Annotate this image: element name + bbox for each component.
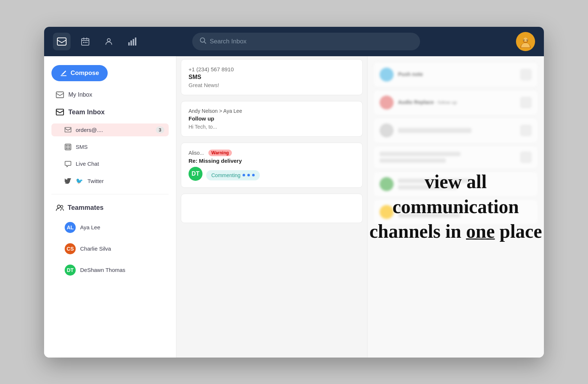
conv-channel-sms: SMS bbox=[189, 74, 355, 80]
main-content: Compose My Inbox Team Inbox bbox=[44, 56, 544, 358]
analytics-nav-icon[interactable] bbox=[123, 33, 141, 50]
sidebar-channel-orders[interactable]: orders@.... 3 bbox=[51, 123, 169, 136]
teammates-header: Teammates bbox=[51, 201, 169, 215]
svg-rect-24 bbox=[68, 146, 69, 147]
avatar-6 bbox=[380, 205, 394, 219]
svg-point-14 bbox=[523, 39, 524, 40]
right-row-2-text: Audio Replace - follow up bbox=[398, 99, 457, 106]
orders-badge: 3 bbox=[156, 126, 164, 133]
svg-rect-22 bbox=[69, 145, 70, 146]
search-bar[interactable] bbox=[192, 33, 420, 50]
divider bbox=[51, 194, 169, 194]
compose-label: Compose bbox=[71, 69, 99, 77]
calendar-nav-icon[interactable] bbox=[76, 33, 94, 50]
sidebar-channel-twitter[interactable]: 🐦 Twitter bbox=[51, 175, 169, 187]
center-panel: +1 (234) 567 8910 SMS Great News! Andy N… bbox=[176, 56, 368, 358]
action-icon-2 bbox=[520, 97, 532, 108]
top-bar bbox=[44, 27, 544, 56]
svg-rect-2 bbox=[83, 42, 84, 43]
team-inbox-label: Team Inbox bbox=[68, 108, 105, 116]
svg-rect-8 bbox=[133, 39, 134, 46]
conv-subject-delivery: Re: Missing delivery bbox=[189, 158, 355, 164]
svg-point-15 bbox=[526, 39, 527, 40]
svg-rect-17 bbox=[56, 109, 64, 115]
conv-participants-followup: Andy Nelson > Aya Lee bbox=[189, 108, 355, 114]
right-row-5-text bbox=[398, 179, 532, 190]
right-row-4 bbox=[373, 146, 538, 169]
my-inbox-item[interactable]: My Inbox bbox=[51, 89, 169, 101]
aya-lee-avatar: AL bbox=[65, 222, 76, 233]
sidebar: Compose My Inbox Team Inbox bbox=[44, 56, 176, 358]
orders-channel-label: orders@.... bbox=[76, 127, 103, 133]
conv-phone: +1 (234) 567 8910 bbox=[189, 66, 355, 72]
avatar-3 bbox=[380, 123, 394, 137]
right-row-6 bbox=[373, 200, 538, 225]
right-row-3-text bbox=[398, 128, 472, 133]
inbox-nav-icon[interactable] bbox=[53, 33, 71, 50]
conv-preview-sms: Great News! bbox=[189, 82, 355, 88]
search-icon bbox=[200, 37, 206, 46]
right-row-1-text: Push note bbox=[398, 71, 423, 78]
right-row-2: Audio Replace - follow up bbox=[373, 90, 538, 115]
charlie-silva-name: Charlie Silva bbox=[80, 245, 111, 252]
svg-rect-26 bbox=[66, 148, 67, 149]
my-inbox-label: My Inbox bbox=[68, 91, 92, 98]
commenting-label: Commenting bbox=[211, 172, 240, 178]
action-icon-1 bbox=[520, 69, 532, 80]
conversation-sms[interactable]: +1 (234) 567 8910 SMS Great News! bbox=[181, 59, 363, 95]
conv-subject-followup: Follow up bbox=[189, 115, 355, 122]
livechat-channel-label: Live Chat bbox=[76, 161, 99, 167]
twitter-channel-icon: 🐦 bbox=[76, 177, 83, 184]
teammate-aya-lee[interactable]: AL Aya Lee bbox=[51, 219, 169, 236]
right-row-4-text bbox=[380, 152, 516, 163]
svg-rect-23 bbox=[66, 146, 67, 147]
commenting-badge: Commenting bbox=[206, 170, 260, 180]
svg-rect-16 bbox=[56, 92, 64, 98]
action-icon-4 bbox=[520, 151, 532, 163]
avatar-1 bbox=[380, 68, 394, 82]
svg-rect-4 bbox=[86, 42, 87, 43]
contacts-nav-icon[interactable] bbox=[100, 33, 118, 50]
avatar-5 bbox=[380, 177, 394, 191]
sidebar-channel-livechat[interactable]: Live Chat bbox=[51, 158, 169, 170]
teammate-charlie-silva[interactable]: CS Charlie Silva bbox=[51, 240, 169, 257]
svg-point-5 bbox=[107, 39, 110, 42]
team-inbox-item[interactable]: Team Inbox bbox=[51, 105, 169, 119]
deshawn-thomas-name: DeShawn Thomas bbox=[80, 267, 125, 273]
teammate-deshawn-thomas[interactable]: DT DeShawn Thomas bbox=[51, 262, 169, 279]
charlie-silva-avatar: CS bbox=[65, 243, 76, 254]
warning-tag: Warning bbox=[208, 150, 232, 156]
conversation-followup[interactable]: Andy Nelson > Aya Lee Follow up Hi Tech,… bbox=[181, 101, 363, 137]
aya-lee-name: Aya Lee bbox=[80, 224, 100, 230]
conversation-missing-delivery[interactable]: Aliso... Warning Re: Missing delivery DT… bbox=[181, 143, 363, 188]
right-panel-content: Push note Audio Replace - follow up bbox=[373, 62, 538, 225]
app-window: Compose My Inbox Team Inbox bbox=[44, 27, 544, 358]
svg-point-30 bbox=[61, 205, 63, 208]
svg-rect-25 bbox=[69, 146, 70, 147]
svg-rect-21 bbox=[68, 145, 69, 146]
right-row-3 bbox=[373, 118, 538, 143]
right-row-6-text bbox=[398, 207, 532, 218]
sms-channel-label: SMS bbox=[76, 144, 88, 150]
user-avatar[interactable] bbox=[516, 32, 535, 51]
conv-participants-delivery: Aliso... bbox=[189, 150, 204, 156]
sidebar-channel-sms[interactable]: SMS bbox=[51, 141, 169, 153]
svg-rect-20 bbox=[66, 145, 67, 146]
svg-point-29 bbox=[57, 205, 60, 208]
right-row-5 bbox=[373, 172, 538, 197]
compose-button[interactable]: Compose bbox=[51, 65, 108, 81]
search-input[interactable] bbox=[210, 38, 413, 45]
svg-rect-7 bbox=[130, 40, 132, 46]
twitter-channel-label: Twitter bbox=[87, 178, 104, 184]
action-icon-3 bbox=[520, 125, 532, 136]
conversation-empty[interactable] bbox=[181, 194, 363, 223]
conv-body-followup: Hi Tech, to... bbox=[189, 124, 355, 130]
avatar-2 bbox=[380, 96, 394, 110]
svg-rect-27 bbox=[68, 148, 69, 149]
svg-rect-6 bbox=[128, 42, 130, 46]
right-panel: Push note Audio Replace - follow up bbox=[368, 56, 544, 358]
deshawn-thomas-avatar: DT bbox=[65, 265, 76, 276]
svg-rect-28 bbox=[69, 148, 70, 149]
right-row-1: Push note bbox=[373, 62, 538, 87]
svg-rect-0 bbox=[57, 38, 66, 45]
